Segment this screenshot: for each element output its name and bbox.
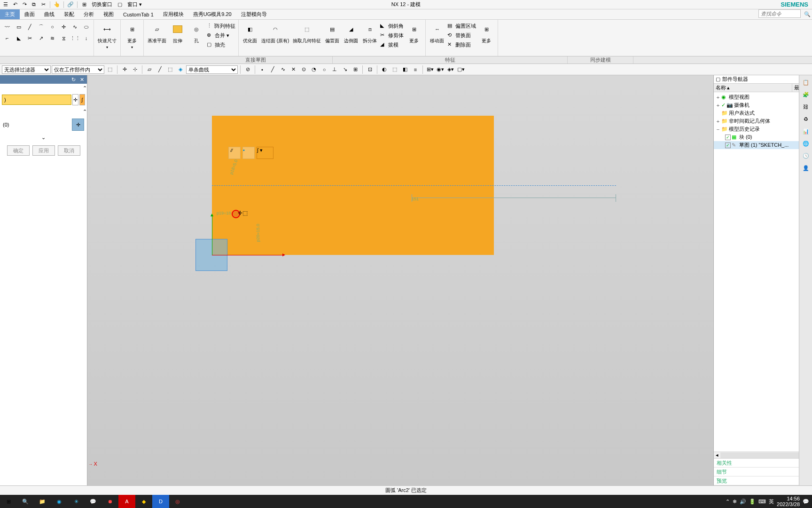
mini-constraint-icon[interactable]: ⫽: [228, 147, 241, 159]
unite-button[interactable]: ⊕合并 ▾: [207, 31, 235, 40]
autocad-icon[interactable]: A: [118, 495, 135, 508]
chamfer-sketch-icon[interactable]: ◣: [14, 33, 24, 43]
touch-icon[interactable]: 👆: [53, 1, 61, 8]
tree-block[interactable]: ▦块 (0) ✔: [714, 133, 812, 141]
res-navigator-icon[interactable]: 📋: [801, 77, 811, 87]
replace-face-button[interactable]: ⟲替换面: [447, 31, 476, 40]
tab-application[interactable]: 应用模块: [158, 9, 188, 19]
shell-button[interactable]: ▢抽壳: [207, 40, 235, 49]
apply-button[interactable]: 应用: [32, 145, 55, 156]
snap-near-icon[interactable]: ↘: [340, 65, 350, 74]
chamfer-button[interactable]: ◣倒斜角: [380, 22, 404, 30]
draft-button[interactable]: ◢拔模: [380, 40, 404, 49]
snap-end-icon[interactable]: •: [258, 65, 267, 74]
offset-region-button[interactable]: ▤偏置面: [323, 21, 342, 50]
redo-icon[interactable]: ↷: [21, 1, 28, 8]
optimize-face-button[interactable]: ◧优化面: [241, 21, 259, 50]
switch-window-button[interactable]: 切换窗口: [90, 1, 114, 8]
move-face-button[interactable]: ↔移动面: [428, 21, 446, 50]
wechat-icon[interactable]: 💬: [85, 495, 102, 508]
graphics-canvas[interactable]: 151 p18=5.0 p19=18 p20=15.0 ✛⬚ ⫽ • ∫ ▾ →…: [87, 75, 713, 485]
snap-quadrant-icon[interactable]: ◔: [309, 65, 319, 74]
trim-icon[interactable]: ✂: [25, 33, 35, 43]
rectangle-icon[interactable]: ▭: [14, 22, 24, 32]
snap2-icon[interactable]: ⊹: [130, 65, 140, 74]
window-icon[interactable]: ▢: [116, 1, 124, 8]
col-name[interactable]: 名称 ▴: [714, 84, 792, 92]
window-dropdown[interactable]: 窗口 ▾: [125, 1, 144, 8]
tab-yanshow[interactable]: 燕秀UG模具9.20: [188, 9, 236, 19]
tab-moldwizard[interactable]: 注塑模向导: [236, 9, 272, 19]
nav-sec-details[interactable]: 细节: [714, 468, 812, 476]
more-sketch-button[interactable]: ⊞更多▾: [123, 21, 141, 50]
tray-battery-icon[interactable]: 🔋: [749, 499, 756, 505]
dialog-reset-icon[interactable]: ↻: [70, 76, 77, 83]
app1-icon[interactable]: ✳: [68, 495, 85, 508]
mini-point-icon[interactable]: •: [242, 147, 255, 159]
app4-icon[interactable]: ◎: [169, 495, 186, 508]
edge-icon[interactable]: ◉: [51, 495, 68, 508]
profile-icon[interactable]: 〰: [2, 22, 13, 32]
tree-cameras[interactable]: +✓📷摄像机: [714, 101, 812, 109]
arc-icon[interactable]: ⌒: [36, 22, 47, 32]
point-icon[interactable]: ✛: [59, 22, 69, 32]
rec-icon[interactable]: ⏺: [102, 495, 118, 508]
curve-preview-icon[interactable]: ∫: [79, 94, 86, 105]
layer-icon[interactable]: ≡: [411, 65, 420, 74]
command-search[interactable]: [758, 9, 801, 19]
res-assembly-icon[interactable]: 🧩: [801, 89, 811, 100]
more-feature-button[interactable]: ⊞更多: [405, 21, 423, 50]
selection-filter-dropdown[interactable]: 无选择过滤器: [2, 65, 51, 74]
menu-icon[interactable]: ☰: [2, 1, 9, 8]
snap-mid-icon[interactable]: ╱: [268, 65, 277, 74]
app3-icon[interactable]: D: [152, 495, 169, 508]
tree-sketch[interactable]: ✎草图 (1) "SKETCH_... ✔: [714, 141, 812, 149]
tab-home[interactable]: 主页: [0, 9, 20, 19]
tab-assembly[interactable]: 装配: [59, 9, 79, 19]
search-taskbar-icon[interactable]: 🔍: [17, 495, 34, 508]
circle-icon[interactable]: ○: [47, 22, 58, 32]
cut-icon[interactable]: ✂: [39, 1, 47, 8]
nav-sec-preview[interactable]: 预览: [714, 476, 812, 485]
delete-face-button[interactable]: ✕删除面: [447, 40, 476, 49]
res-constraint-icon[interactable]: ⛓: [801, 102, 811, 112]
hole-button[interactable]: ◎孔: [187, 21, 206, 50]
curve-rule-dropdown[interactable]: 单条曲线: [186, 65, 238, 74]
tray-up-icon[interactable]: ⌃: [726, 499, 730, 505]
offset-area-button[interactable]: ▤偏置区域: [447, 22, 476, 30]
offset-curve-icon[interactable]: ≋: [47, 33, 58, 43]
explorer-icon[interactable]: 📁: [34, 495, 51, 508]
tray-net-icon[interactable]: ❄: [733, 499, 737, 505]
undo-icon[interactable]: ↶: [11, 1, 19, 8]
tree-user-expressions[interactable]: 📁用户表达式: [714, 109, 812, 117]
extrude-button[interactable]: 拉伸: [168, 21, 187, 50]
link-icon[interactable]: 🔗: [67, 1, 74, 8]
tab-custom1[interactable]: CustomTab 1: [118, 9, 158, 19]
mirror-icon[interactable]: ⧖: [59, 33, 69, 43]
tab-curve[interactable]: 曲线: [39, 9, 59, 19]
grid-style-icon[interactable]: ⊞▾: [425, 65, 435, 74]
line-icon[interactable]: ╱: [25, 22, 35, 32]
nav-hscroll[interactable]: ◂ ▸: [714, 452, 812, 458]
wireframe-icon[interactable]: ⬚: [390, 65, 399, 74]
wcs-icon[interactable]: ◈: [176, 65, 185, 74]
start-button[interactable]: ⊞: [0, 495, 17, 508]
tab-view[interactable]: 视图: [99, 9, 118, 19]
edge-blend-button[interactable]: ◠连结面 (原有): [259, 21, 291, 50]
view-fit-icon[interactable]: ⊡: [365, 65, 375, 74]
select-toggle-icon[interactable]: ⬚: [105, 65, 115, 74]
snap-grid-icon[interactable]: ⊞: [351, 65, 360, 74]
tray-volume-icon[interactable]: 🔊: [740, 499, 746, 505]
more-view-icon[interactable]: ▢▾: [456, 65, 466, 74]
dialog-expand-toggle[interactable]: ⌄: [0, 134, 87, 142]
rapid-dimension-button[interactable]: ⟷快速尺寸▾: [96, 21, 118, 50]
res-reuse-icon[interactable]: ♻: [801, 114, 811, 124]
more-sync-button[interactable]: ⊞更多: [477, 21, 496, 50]
filter-face-icon[interactable]: ▱: [145, 65, 154, 74]
split-body-button[interactable]: ⧈拆分体: [360, 21, 379, 50]
res-history-icon[interactable]: 🕓: [801, 151, 811, 161]
sketch-checkbox-icon[interactable]: [725, 143, 731, 148]
box-select-icon[interactable]: ⬚: [165, 65, 175, 74]
block-checkbox-icon[interactable]: [725, 135, 731, 140]
hidden-icon[interactable]: ◧: [400, 65, 410, 74]
